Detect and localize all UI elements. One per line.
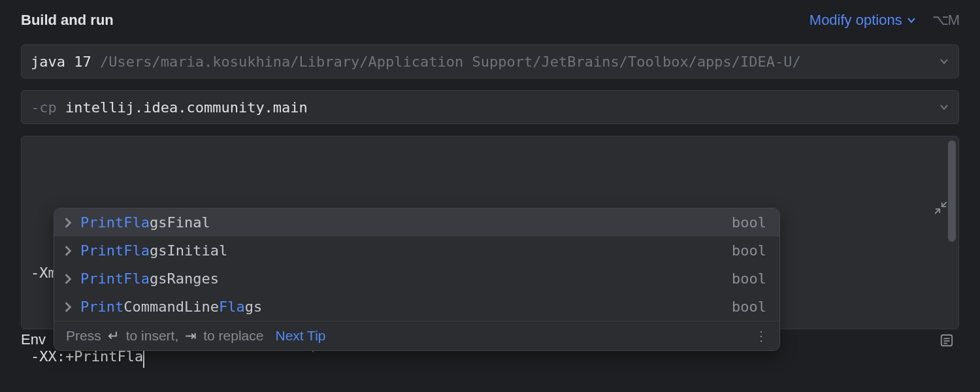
- autocomplete-type: bool: [732, 242, 766, 259]
- tab-key-icon: ⇥: [185, 328, 197, 344]
- autocomplete-item[interactable]: PrintCommandLineFlags bool: [54, 293, 779, 321]
- jdk-version: java 17: [31, 54, 91, 70]
- autocomplete-label: PrintCommandLineFlags: [80, 299, 262, 315]
- more-icon[interactable]: ⋮: [755, 328, 768, 344]
- autocomplete-item[interactable]: PrintFlagsFinal bool: [54, 208, 779, 237]
- autocomplete-type: bool: [732, 270, 766, 287]
- classpath-module: intellij.idea.community.main: [65, 99, 308, 116]
- chevron-right-icon: [63, 217, 73, 229]
- jdk-path: /Users/maria.kosukhina/Library/Applicati…: [91, 54, 801, 70]
- env-vars-list-icon[interactable]: [939, 333, 955, 349]
- autocomplete-item[interactable]: PrintFlagsInitial bool: [54, 237, 779, 265]
- autocomplete-label: PrintFlagsFinal: [80, 214, 210, 231]
- autocomplete-item[interactable]: PrintFlagsRanges bool: [54, 265, 779, 293]
- collapse-icon[interactable]: [934, 144, 949, 160]
- section-title: Build and run: [21, 12, 114, 29]
- chevron-down-icon: [939, 102, 949, 112]
- chevron-down-icon: [939, 56, 949, 67]
- scrollbar[interactable]: [948, 140, 956, 325]
- classpath-selector[interactable]: -cp intellij.idea.community.main: [21, 90, 959, 124]
- env-vars-label-truncated: Env: [21, 331, 46, 348]
- autocomplete-type: bool: [732, 214, 766, 231]
- autocomplete-label: PrintFlagsInitial: [80, 242, 227, 259]
- chevron-right-icon: [63, 273, 73, 285]
- chevron-right-icon: [63, 245, 73, 257]
- footer-text: to insert,: [126, 328, 179, 344]
- autocomplete-popup: PrintFlagsFinal bool PrintFlagsInitial b…: [54, 208, 780, 351]
- modify-options-link[interactable]: Modify options: [809, 12, 917, 29]
- footer-text: Press: [66, 328, 101, 344]
- text-cursor: [143, 348, 144, 368]
- classpath-flag: -cp: [31, 99, 65, 116]
- footer-text: to replace: [203, 328, 263, 344]
- next-tip-link[interactable]: Next Tip: [275, 328, 325, 344]
- chevron-right-icon: [63, 301, 73, 313]
- autocomplete-label: PrintFlagsRanges: [80, 270, 219, 287]
- jdk-selector[interactable]: java 17 /Users/maria.kosukhina/Library/A…: [21, 44, 959, 78]
- chevron-down-icon: [906, 15, 917, 25]
- modify-options-label: Modify options: [809, 12, 902, 29]
- enter-key-icon: ↵: [108, 328, 120, 344]
- autocomplete-type: bool: [732, 299, 766, 315]
- autocomplete-footer: Press ↵ to insert, ⇥ to replace Next Tip…: [54, 321, 779, 350]
- shortcut-hint: ⌥M: [932, 12, 959, 29]
